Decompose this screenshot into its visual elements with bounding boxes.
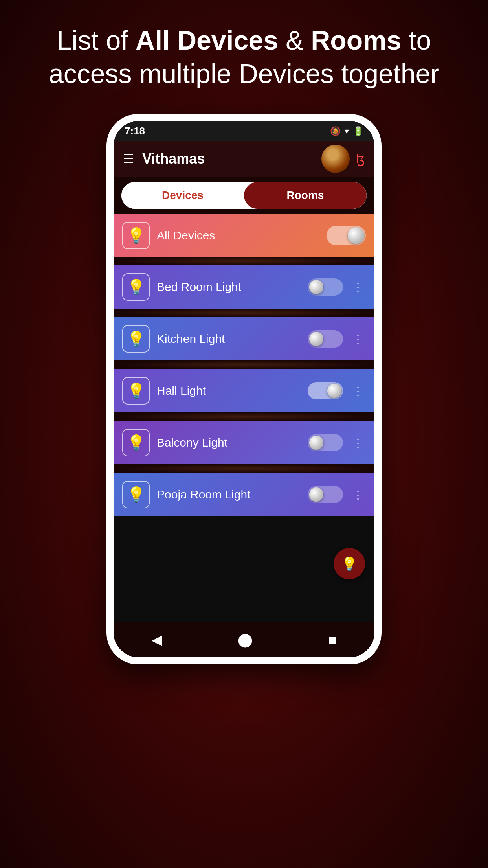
pooja-room-light-row[interactable]: 💡 Pooja Room Light ⋮ xyxy=(114,473,374,516)
hall-light-row[interactable]: 💡 Hall Light ⋮ xyxy=(114,369,374,412)
divider-4 xyxy=(114,412,374,421)
divider-1 xyxy=(114,257,374,265)
bed-room-light-row[interactable]: 💡 Bed Room Light ⋮ xyxy=(114,265,374,309)
hamburger-icon[interactable]: ☰ xyxy=(123,151,134,166)
battery-icon: 🔋 xyxy=(353,126,363,136)
kitchen-toggle-thumb xyxy=(309,332,323,346)
headline-bold2: Rooms xyxy=(311,25,401,55)
bed-room-icon-box: 💡 xyxy=(122,273,150,301)
balcony-toggle[interactable] xyxy=(308,434,343,451)
hall-toggle[interactable] xyxy=(308,382,343,399)
balcony-toggle-track xyxy=(308,434,343,451)
bed-room-bulb-icon: 💡 xyxy=(127,278,145,296)
kitchen-bulb-icon: 💡 xyxy=(127,330,145,348)
app-title: Vithamas xyxy=(142,151,321,167)
bed-room-more-icon[interactable]: ⋮ xyxy=(350,281,366,294)
bed-room-toggle-thumb xyxy=(309,280,323,294)
balcony-bulb-icon: 💡 xyxy=(127,434,145,451)
pooja-name: Pooja Room Light xyxy=(157,488,301,501)
divider-3 xyxy=(114,360,374,369)
hall-toggle-thumb xyxy=(327,384,341,398)
balcony-name: Balcony Light xyxy=(157,436,301,449)
balcony-icon-box: 💡 xyxy=(122,429,150,456)
balcony-light-row[interactable]: 💡 Balcony Light ⋮ xyxy=(114,421,374,464)
kitchen-more-icon[interactable]: ⋮ xyxy=(350,333,366,346)
status-bar: 7:18 🔕 ▾ 🔋 xyxy=(114,121,374,141)
hall-icon-box: 💡 xyxy=(122,377,150,405)
tab-devices-label: Devices xyxy=(162,189,204,202)
pooja-icon-box: 💡 xyxy=(122,481,150,508)
pooja-toggle-track xyxy=(308,486,343,503)
home-button[interactable]: ⬤ xyxy=(238,632,253,647)
device-list: 💡 All Devices 💡 Bed Room Light xyxy=(114,214,374,622)
headline: List of All Devices & Rooms toaccess mul… xyxy=(25,24,463,90)
phone-inner: 7:18 🔕 ▾ 🔋 ☰ Vithamas ɮ Devices xyxy=(114,121,374,657)
hall-toggle-track xyxy=(308,382,343,399)
bed-room-name: Bed Room Light xyxy=(157,280,301,294)
pooja-toggle[interactable] xyxy=(308,486,343,503)
phone-wrapper: 7:18 🔕 ▾ 🔋 ☰ Vithamas ɮ Devices xyxy=(106,114,382,664)
app-bar: ☰ Vithamas ɮ xyxy=(114,141,374,177)
recent-button[interactable]: ■ xyxy=(328,632,337,647)
balcony-toggle-thumb xyxy=(309,436,323,450)
kitchen-light-row[interactable]: 💡 Kitchen Light ⋮ xyxy=(114,317,374,360)
status-icons: 🔕 ▾ 🔋 xyxy=(330,126,363,136)
all-devices-toggle-thumb xyxy=(348,227,364,244)
tab-rooms[interactable]: Rooms xyxy=(244,182,367,209)
kitchen-toggle-track xyxy=(308,330,343,348)
tab-container: Devices Rooms xyxy=(121,182,367,209)
all-devices-toggle-track xyxy=(327,226,366,245)
wifi-icon: ▾ xyxy=(345,126,349,136)
all-devices-toggle[interactable] xyxy=(327,226,366,245)
tab-rooms-label: Rooms xyxy=(287,189,324,202)
hall-name: Hall Light xyxy=(157,384,301,397)
divider-2 xyxy=(114,309,374,317)
status-time: 7:18 xyxy=(125,125,145,137)
all-devices-bulb-icon: 💡 xyxy=(127,227,145,244)
fab-icon: 💡 xyxy=(341,556,358,572)
back-button[interactable]: ◀ xyxy=(152,632,162,647)
kitchen-icon-box: 💡 xyxy=(122,325,150,353)
kitchen-name: Kitchen Light xyxy=(157,332,301,346)
hall-bulb-icon: 💡 xyxy=(127,382,145,399)
bed-room-toggle[interactable] xyxy=(308,278,343,296)
headline-text1: List of xyxy=(57,25,136,55)
tab-devices[interactable]: Devices xyxy=(121,182,244,209)
pooja-toggle-thumb xyxy=(309,487,323,502)
bluetooth-icon: ɮ xyxy=(356,151,365,166)
kitchen-toggle[interactable] xyxy=(308,330,343,348)
divider-5 xyxy=(114,464,374,473)
phone-frame: 7:18 🔕 ▾ 🔋 ☰ Vithamas ɮ Devices xyxy=(106,114,382,664)
balcony-more-icon[interactable]: ⋮ xyxy=(350,436,366,449)
fab-button[interactable]: 💡 xyxy=(334,548,365,579)
headline-text2: & xyxy=(278,25,311,55)
headline-bold1: All Devices xyxy=(136,25,278,55)
pooja-bulb-icon: 💡 xyxy=(127,486,145,503)
bed-room-toggle-track xyxy=(308,278,343,296)
all-devices-name: All Devices xyxy=(157,229,319,242)
pooja-more-icon[interactable]: ⋮ xyxy=(350,488,366,501)
hall-more-icon[interactable]: ⋮ xyxy=(350,384,366,397)
notification-icon: 🔕 xyxy=(330,126,341,136)
tab-bar: Devices Rooms xyxy=(114,177,374,214)
nav-bar: ◀ ⬤ ■ xyxy=(114,622,374,657)
all-devices-icon-box: 💡 xyxy=(122,222,150,249)
avatar xyxy=(321,145,350,173)
all-devices-row[interactable]: 💡 All Devices xyxy=(114,214,374,257)
